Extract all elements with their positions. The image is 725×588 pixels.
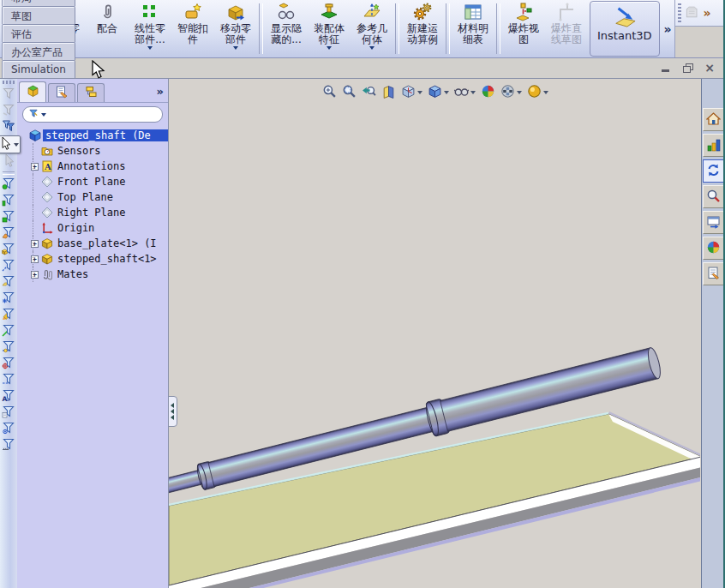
apply-scene-button[interactable] [500,83,523,102]
expand-toggle[interactable]: + [31,240,39,248]
previous-view-button[interactable] [361,83,377,102]
expand-toggle[interactable]: + [31,163,39,171]
dropdown-caret-icon[interactable] [417,91,422,94]
tree-item-base-plate-1-i[interactable]: +base_plate<1> (I [17,236,168,251]
tab-布局[interactable]: 布局 [2,0,75,6]
dropdown-caret-icon[interactable] [327,46,332,50]
instant3d-button[interactable]: Instant3D [590,1,660,57]
view-orientation-button[interactable] [400,83,423,102]
tree-item-top-plane[interactable]: Top Plane [17,189,168,205]
filter-faces-button[interactable] [1,209,16,225]
graphics-viewport[interactable] [169,79,701,588]
toolbar-overflow-chevron[interactable]: » [662,22,674,36]
instant3d-icon [612,5,638,27]
file-explorer-button[interactable] [703,159,725,183]
design-library-button[interactable] [703,134,725,157]
tree-item-stepped-shaft-de[interactable]: stepped_shaft (De [17,128,168,143]
filter-center-marks-button[interactable] [1,356,16,372]
tree-item-front-plane[interactable]: Front Plane [17,174,168,189]
move-component-button[interactable]: 移动零部件 [214,0,257,57]
filter-toggle-icon [2,87,15,103]
tree-filter-box[interactable] [22,106,163,123]
search-icon [706,189,721,206]
custom-properties-button[interactable] [703,262,725,285]
filter-weld-beads-button[interactable] [1,437,16,453]
zoom-fit-icon [322,84,337,101]
tree-item-annotations[interactable]: +AAnnotations [17,159,168,174]
linear-component-pattern-button[interactable]: 线性零部件... [129,0,171,57]
new-motion-study-button[interactable]: 新建运动算例 [401,0,444,57]
view-palette-button[interactable] [703,211,725,234]
mate-button[interactable]: 配合 [86,0,129,57]
filter-planes-button[interactable] [1,274,16,291]
panel-tab-featuremanager[interactable] [19,81,46,102]
filter-solid-bodies-button[interactable] [1,242,16,258]
panel-tab-configurationmanager[interactable] [77,83,105,102]
filter-planes-icon [2,274,15,291]
tab-办公室产品[interactable]: 办公室产品 [2,42,75,60]
panel-collapse-handle[interactable] [169,396,177,427]
expand-toggle[interactable]: + [31,271,39,279]
bill-of-materials-button[interactable]: 材料明细表 [452,0,494,57]
dropdown-caret-icon[interactable] [369,46,374,50]
dropdown-caret-icon[interactable] [147,46,153,50]
filter-sketch-points-button[interactable] [1,291,16,307]
tree-item-origin[interactable]: Origin [17,220,168,236]
dropdown-caret-icon[interactable] [543,91,548,94]
task-pane [701,79,725,588]
zoom-fit-button[interactable] [321,83,338,102]
expand-toggle[interactable]: + [31,255,39,263]
dropdown-caret-icon[interactable] [14,143,19,147]
reference-geometry-button[interactable]: 参考几何体 [351,0,393,57]
dropdown-caret-icon[interactable] [444,91,449,94]
section-view-button[interactable] [380,83,397,102]
filter-sketches-button[interactable] [1,307,16,323]
select-tool-icon [0,136,12,153]
filter-caret-icon[interactable] [41,113,46,117]
tab-草图[interactable]: 草图 [2,6,75,24]
tree-item-right-plane[interactable]: Right Plane [17,205,168,220]
smart-fasteners-button[interactable]: 智能扣件 [171,0,214,57]
dropdown-caret-icon[interactable] [517,91,522,94]
tree-item-sensors[interactable]: Sensors [17,143,168,159]
toolbar-grip[interactable] [678,3,681,22]
restore-button[interactable] [679,62,696,75]
display-style-button[interactable] [427,83,450,102]
resources-home-button[interactable] [703,108,725,131]
filter-centerlines-button[interactable] [1,372,16,388]
dropdown-caret-icon[interactable] [470,91,476,94]
panel-overflow-chevron[interactable]: » [154,85,166,98]
mini-toolbar-overflow-chevron[interactable]: » [701,6,714,20]
panel-tab-propertymanager[interactable] [48,83,75,102]
edit-appearance-button[interactable] [480,83,496,102]
hide-show-button[interactable] [453,83,476,102]
filter-annotations-button[interactable] [1,405,16,421]
show-hidden-button[interactable]: 显示隐藏的... [265,0,308,57]
3d-scene[interactable] [169,79,700,588]
select-tool-button[interactable] [0,135,21,153]
zoom-area-button[interactable] [341,83,357,102]
toolbar-button-label: 部件... [135,34,165,45]
appearances-scenes-button[interactable] [703,237,725,260]
filter-axes-button[interactable] [1,258,16,274]
assembly-features-button[interactable]: 装配体特征 [308,0,351,57]
select-all-filters-button[interactable] [1,119,16,135]
filter-vertices-button[interactable] [1,177,16,193]
filter-edges-button[interactable] [1,193,16,209]
filter-dimensions-button[interactable]: A [1,388,16,405]
exploded-view-button[interactable]: 爆炸视图 [502,0,545,57]
filter-sketch-segments-button[interactable] [1,323,16,339]
filter-midpoints-button[interactable] [1,339,16,356]
search-button[interactable] [703,185,725,208]
minimize-button[interactable] [656,62,674,75]
dropdown-caret-icon[interactable] [233,46,238,50]
view-settings-button[interactable] [526,83,549,102]
filter-routing-points-button[interactable] [1,421,16,437]
filterbar-grip[interactable] [3,81,15,84]
tree-item-mates[interactable]: +Mates [17,267,168,282]
close-button[interactable]: × [701,62,718,75]
tab-Simulation[interactable]: Simulation [2,60,75,78]
tab-评估[interactable]: 评估 [2,24,75,42]
filter-surface-bodies-button[interactable] [1,225,16,242]
tree-item-stepped-shaft-1[interactable]: +stepped_shaft<1> [17,251,168,267]
